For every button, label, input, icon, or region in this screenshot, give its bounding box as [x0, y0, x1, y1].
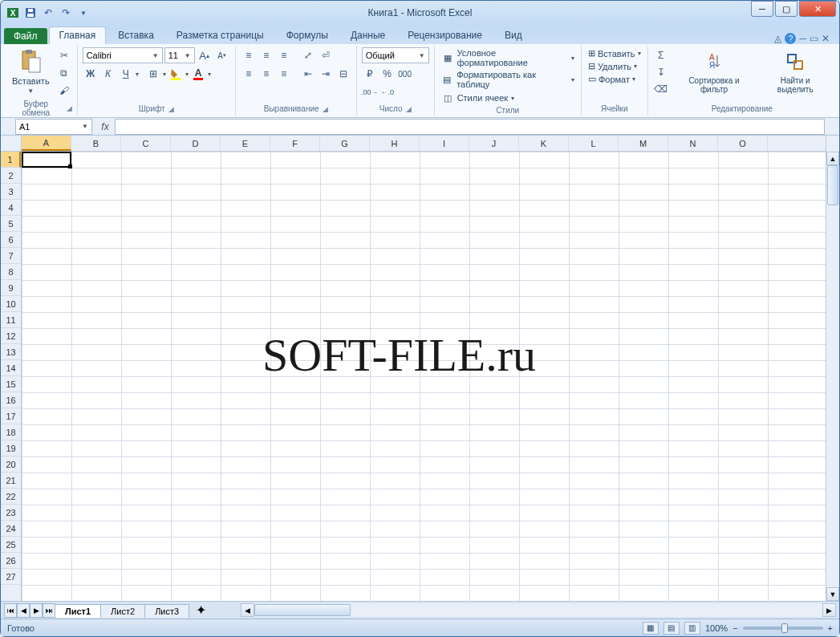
row-header[interactable]: 5: [1, 216, 21, 232]
file-tab[interactable]: Файл: [4, 28, 47, 44]
scroll-down-icon[interactable]: ▼: [826, 587, 839, 601]
italic-button[interactable]: К: [100, 66, 116, 82]
chevron-down-icon[interactable]: ▾: [185, 71, 189, 78]
column-header[interactable]: C: [121, 136, 171, 151]
insert-cells-button[interactable]: ⊞Вставить▾: [586, 47, 643, 59]
border-icon[interactable]: ⊞: [145, 66, 161, 82]
tab-insert[interactable]: Вставка: [108, 26, 164, 44]
vscroll-track[interactable]: [826, 165, 839, 587]
horizontal-scrollbar[interactable]: ◀ ▶: [241, 603, 836, 617]
conditional-formatting-button[interactable]: ▦Условное форматирование▾: [440, 47, 576, 68]
row-header[interactable]: 7: [1, 248, 21, 264]
chevron-down-icon[interactable]: ▾: [163, 71, 166, 78]
dialog-launcher-icon[interactable]: ◢: [67, 104, 72, 112]
name-box[interactable]: A1▼: [15, 119, 92, 135]
font-size-combo[interactable]: 11▼: [164, 47, 195, 63]
row-header[interactable]: 11: [1, 312, 21, 328]
fill-color-icon[interactable]: [168, 66, 184, 82]
column-header[interactable]: K: [519, 136, 569, 151]
qat-dropdown-icon[interactable]: ▼: [76, 6, 91, 20]
percent-icon[interactable]: %: [379, 66, 396, 82]
find-select-button[interactable]: Найти и выделить: [759, 47, 831, 95]
doc-minimize-icon[interactable]: ─: [799, 33, 806, 44]
format-painter-icon[interactable]: 🖌: [56, 83, 72, 99]
font-name-combo[interactable]: Calibri▼: [83, 47, 163, 63]
row-header[interactable]: 17: [1, 408, 21, 424]
maximize-button[interactable]: ▢: [775, 1, 797, 17]
bold-button[interactable]: Ж: [83, 66, 99, 82]
tab-review[interactable]: Рецензирование: [397, 26, 493, 44]
align-bottom-icon[interactable]: ≡: [276, 47, 292, 63]
doc-close-icon[interactable]: ✕: [822, 33, 830, 44]
column-header[interactable]: M: [619, 136, 668, 151]
column-header[interactable]: B: [71, 136, 121, 151]
row-header[interactable]: 24: [1, 521, 21, 537]
wrap-text-icon[interactable]: ⏎: [318, 47, 334, 63]
tab-formulas[interactable]: Формулы: [276, 26, 339, 44]
row-header[interactable]: 23: [1, 505, 21, 521]
format-as-table-button[interactable]: ▤Форматировать как таблицу▾: [440, 69, 576, 90]
sheet-tab-1[interactable]: Лист1: [55, 604, 101, 618]
column-header[interactable]: J: [469, 136, 519, 151]
zoom-slider[interactable]: [743, 627, 823, 630]
scroll-up-icon[interactable]: ▲: [826, 152, 839, 165]
scroll-right-icon[interactable]: ▶: [822, 603, 836, 617]
column-header[interactable]: L: [569, 136, 619, 151]
shrink-font-icon[interactable]: A▾: [214, 47, 230, 63]
merge-icon[interactable]: ⊟: [335, 66, 351, 82]
row-header[interactable]: 13: [1, 344, 21, 360]
sheet-tab-3[interactable]: Лист3: [144, 604, 189, 618]
column-header[interactable]: F: [270, 136, 320, 151]
underline-button[interactable]: Ч: [118, 66, 134, 82]
column-header[interactable]: H: [370, 136, 420, 151]
decrease-decimal-icon[interactable]: ←.0: [379, 84, 396, 100]
help-icon[interactable]: ?: [785, 33, 796, 44]
hscroll-track[interactable]: [254, 603, 822, 617]
chevron-down-icon[interactable]: ▾: [136, 71, 139, 78]
row-header[interactable]: 1: [1, 152, 21, 168]
delete-cells-button[interactable]: ⊟Удалить▾: [586, 60, 643, 72]
minimize-ribbon-icon[interactable]: ◬: [774, 33, 781, 44]
decrease-indent-icon[interactable]: ⇤: [300, 66, 316, 82]
row-header[interactable]: 4: [1, 200, 21, 216]
comma-icon[interactable]: 000: [397, 66, 413, 82]
column-header[interactable]: G: [320, 136, 370, 151]
select-all-corner[interactable]: [1, 136, 21, 152]
save-icon[interactable]: [23, 6, 38, 20]
tab-view[interactable]: Вид: [494, 26, 533, 44]
number-format-combo[interactable]: Общий▼: [362, 47, 429, 63]
prev-sheet-icon[interactable]: ◀: [17, 603, 30, 618]
chevron-down-icon[interactable]: ▾: [208, 71, 211, 78]
vertical-scrollbar[interactable]: ▲ ▼: [826, 136, 839, 601]
tab-page-layout[interactable]: Разметка страницы: [166, 26, 274, 44]
sort-filter-button[interactable]: АЯ Сортировка и фильтр: [672, 47, 757, 95]
currency-icon[interactable]: ₽: [362, 66, 378, 82]
formula-input[interactable]: [115, 119, 825, 135]
column-header[interactable]: N: [668, 136, 718, 151]
row-header[interactable]: 22: [1, 489, 21, 505]
font-color-icon[interactable]: A: [190, 66, 206, 82]
sheet-tab-2[interactable]: Лист2: [100, 604, 145, 618]
row-header[interactable]: 19: [1, 440, 21, 456]
cut-icon[interactable]: ✂: [56, 47, 72, 63]
zoom-level[interactable]: 100%: [705, 623, 728, 633]
column-header[interactable]: I: [420, 136, 469, 151]
normal-view-icon[interactable]: ▦: [643, 622, 659, 635]
row-header[interactable]: 12: [1, 328, 21, 344]
dialog-launcher-icon[interactable]: ◢: [406, 105, 412, 113]
column-header[interactable]: O: [718, 136, 768, 151]
clear-icon[interactable]: ⌫: [653, 81, 669, 97]
zoom-in-icon[interactable]: +: [828, 623, 833, 633]
row-header[interactable]: 15: [1, 376, 21, 392]
dialog-launcher-icon[interactable]: ◢: [323, 105, 328, 113]
increase-decimal-icon[interactable]: .00→: [362, 84, 378, 100]
increase-indent-icon[interactable]: ⇥: [318, 66, 334, 82]
grow-font-icon[interactable]: A▴: [197, 47, 213, 63]
orientation-icon[interactable]: ⤢: [300, 47, 316, 63]
row-header[interactable]: 14: [1, 360, 21, 376]
column-header[interactable]: E: [221, 136, 270, 151]
doc-restore-icon[interactable]: ▭: [810, 33, 818, 44]
autosum-icon[interactable]: Σ: [653, 47, 669, 63]
column-header[interactable]: A: [22, 136, 71, 151]
fx-icon[interactable]: fx: [95, 121, 115, 132]
